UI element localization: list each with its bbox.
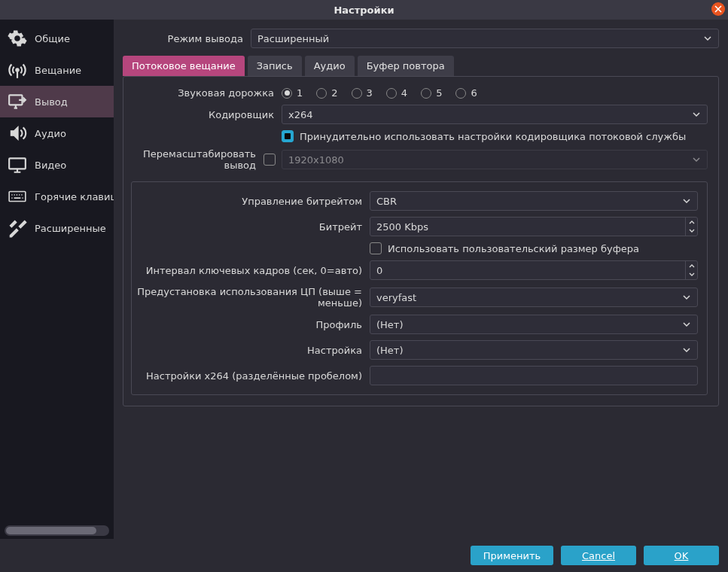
custom-buffer-checkbox[interactable] — [370, 242, 382, 254]
audio-track-5[interactable]: 5 — [421, 87, 442, 99]
output-mode-select[interactable]: Расширенный — [251, 29, 719, 48]
speaker-icon — [8, 123, 27, 143]
spinner-value: 0 — [376, 265, 685, 276]
select-value: 1920x1080 — [288, 154, 692, 166]
spinner-down[interactable] — [686, 227, 697, 236]
chevron-up-icon — [689, 263, 695, 268]
sidebar-item-label: Расширенные — [35, 223, 106, 234]
encoder-label: Кодировщик — [131, 109, 282, 120]
rescale-select[interactable]: 1920x1080 — [282, 150, 708, 169]
rescale-checkbox[interactable] — [263, 154, 276, 166]
radio-dot-icon — [352, 88, 362, 99]
keyboard-icon — [8, 187, 27, 206]
monitor-icon — [8, 155, 27, 175]
chevron-down-icon — [683, 346, 690, 354]
chevron-down-icon — [693, 111, 700, 118]
close-icon — [714, 5, 722, 13]
chevron-down-icon — [683, 197, 690, 205]
cancel-button[interactable]: Cancel — [561, 546, 636, 565]
sidebar-item-label: Вещание — [35, 65, 81, 76]
enforce-encoder-checkbox[interactable] — [282, 130, 294, 142]
sidebar-item-advanced[interactable]: Расширенные — [0, 212, 114, 244]
preset-select[interactable]: veryfast — [370, 288, 698, 307]
x264opts-label: Настройки x264 (разделённые пробелом) — [136, 370, 370, 382]
sidebar-item-label: Аудио — [35, 128, 66, 139]
scrollbar-thumb[interactable] — [6, 527, 96, 534]
select-value: veryfast — [376, 292, 682, 303]
chevron-down-icon — [689, 229, 695, 233]
sidebar-item-label: Общие — [35, 33, 70, 44]
select-value: CBR — [376, 196, 682, 207]
select-value: (Нет) — [376, 345, 682, 356]
spinner-down[interactable] — [686, 270, 697, 279]
bitrate-label: Битрейт — [136, 221, 370, 233]
chevron-down-icon — [683, 321, 690, 328]
radio-dot-icon — [282, 88, 292, 99]
radio-dot-icon — [386, 88, 397, 99]
encoder-settings-panel: Управление битрейтом CBR Битрейт 2500 Kb… — [131, 181, 708, 395]
audio-track-2[interactable]: 2 — [316, 87, 337, 99]
rescale-label: Перемасштабировать вывод — [131, 148, 263, 171]
apply-button[interactable]: Применить — [471, 546, 553, 565]
sidebar-item-general[interactable]: Общие — [0, 23, 114, 54]
profile-select[interactable]: (Нет) — [370, 315, 698, 334]
svg-rect-3 — [9, 192, 26, 202]
sidebar-item-label: Видео — [35, 160, 66, 171]
select-value: x264 — [288, 109, 692, 120]
tune-select[interactable]: (Нет) — [370, 340, 698, 360]
streaming-panel: Звуковая дорожка 1 2 3 4 5 6 Кодировщик … — [123, 76, 719, 406]
sidebar-item-label: Горячие клавиши — [35, 191, 114, 202]
tab-recording[interactable]: Запись — [248, 56, 302, 76]
sidebar-scrollbar[interactable] — [5, 525, 109, 536]
rate-control-select[interactable]: CBR — [370, 191, 698, 211]
bitrate-spinner[interactable]: 2500 Kbps — [370, 217, 698, 236]
ok-button[interactable]: OK — [644, 546, 719, 565]
svg-point-0 — [16, 68, 19, 72]
spinner-up[interactable] — [686, 261, 697, 270]
radio-dot-icon — [421, 88, 431, 99]
audio-track-label: Звуковая дорожка — [131, 87, 282, 99]
window-title: Настройки — [334, 5, 394, 16]
custom-buffer-label: Использовать пользовательский размер буф… — [388, 243, 639, 254]
enforce-encoder-label: Принудительно использовать настройки код… — [300, 131, 686, 142]
spinner-up[interactable] — [686, 218, 697, 227]
close-button[interactable] — [711, 2, 725, 16]
select-value: Расширенный — [257, 33, 703, 44]
sidebar-item-hotkeys[interactable]: Горячие клавиши — [0, 181, 114, 212]
dialog-footer: Применить Cancel OK — [0, 539, 728, 572]
rate-control-label: Управление битрейтом — [136, 196, 370, 207]
gear-icon — [8, 29, 27, 48]
encoder-select[interactable]: x264 — [282, 105, 708, 124]
audio-track-6[interactable]: 6 — [455, 87, 477, 99]
sidebar-item-label: Вывод — [35, 96, 68, 108]
tab-streaming[interactable]: Потоковое вещание — [123, 56, 245, 76]
chevron-down-icon — [683, 294, 690, 301]
audio-track-3[interactable]: 3 — [352, 87, 373, 99]
audio-track-radios: 1 2 3 4 5 6 — [282, 87, 477, 99]
titlebar: Настройки — [0, 0, 728, 20]
chevron-up-icon — [689, 220, 695, 224]
keyint-label: Интервал ключевых кадров (сек, 0=авто) — [136, 265, 370, 276]
select-value: (Нет) — [376, 319, 682, 330]
monitor-out-icon — [8, 92, 27, 111]
chevron-down-icon — [693, 156, 700, 163]
x264opts-input[interactable] — [370, 366, 698, 385]
profile-label: Профиль — [136, 319, 370, 330]
antenna-icon — [8, 60, 27, 80]
chevron-down-icon — [704, 35, 711, 42]
svg-rect-2 — [9, 158, 26, 169]
sidebar: Общие Вещание Вывод Аудио Видео Горячие … — [0, 20, 114, 539]
keyint-spinner[interactable]: 0 — [370, 260, 698, 280]
audio-track-4[interactable]: 4 — [386, 87, 407, 99]
sidebar-item-audio[interactable]: Аудио — [0, 117, 114, 149]
sidebar-item-output[interactable]: Вывод — [0, 86, 114, 117]
tab-audio[interactable]: Аудио — [305, 56, 355, 76]
preset-label: Предустановка использования ЦП (выше = м… — [136, 286, 370, 309]
audio-track-1[interactable]: 1 — [282, 87, 303, 99]
tune-label: Настройка — [136, 345, 370, 356]
tools-icon — [8, 218, 27, 238]
sidebar-item-stream[interactable]: Вещание — [0, 54, 114, 86]
radio-dot-icon — [316, 88, 327, 99]
tab-replay-buffer[interactable]: Буфер повтора — [358, 56, 454, 76]
sidebar-item-video[interactable]: Видео — [0, 149, 114, 181]
